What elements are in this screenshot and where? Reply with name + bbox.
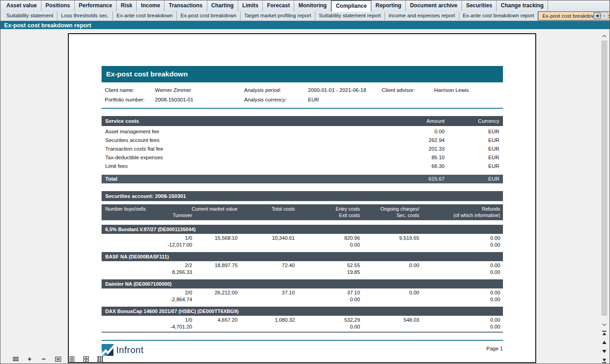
service-costs-header: Service costs Amount Currency: [102, 116, 503, 126]
subtab-target-market-profiling-report[interactable]: Target market profiling report: [241, 11, 315, 20]
total-label: Total: [105, 175, 372, 183]
cell: 37.10: [237, 289, 295, 296]
security-group: BASF NA (DE000BASF111) 2/2 18,897.75 72.…: [102, 252, 503, 277]
column-header: Exit costs: [295, 212, 360, 218]
security-name: DAX BonusCap 14600 2021/07 (HSBC) (DE000…: [102, 307, 503, 316]
sub-tab-bar: Suitability statement Loss thresholds se…: [0, 11, 610, 20]
cost-amount: 0.00: [372, 127, 445, 136]
subtab-loss-thresholds-sec[interactable]: Loss thresholds sec.: [57, 11, 113, 20]
security-name: Daimler NA (DE0007100000): [102, 279, 503, 288]
grid-view-icon[interactable]: [97, 356, 103, 362]
client-info-value: Harrison Lewis: [434, 87, 503, 93]
infront-logo-icon: [102, 344, 113, 356]
cell: 2/2: [105, 262, 192, 269]
subtab-ex-post-cost-breakdown[interactable]: Ex-post cost breakdown: [177, 11, 241, 20]
tab-transactions[interactable]: Transactions: [164, 0, 207, 11]
tab-risk[interactable]: Risk: [117, 0, 137, 11]
cost-label: Tax-deductible expenses: [105, 153, 372, 162]
separator: [102, 340, 503, 341]
tab-document-archive[interactable]: Document archive: [406, 0, 462, 11]
tab-charting[interactable]: Charting: [207, 0, 238, 11]
cell: 0.00: [295, 296, 360, 303]
client-info-value: 2008-150301-01: [155, 97, 244, 102]
column-header: Amount: [372, 116, 445, 126]
tab-monitoring[interactable]: Monitoring: [294, 0, 331, 11]
last-page-icon[interactable]: [601, 358, 608, 364]
tab-change-tracking[interactable]: Change tracking: [497, 0, 548, 11]
view-title-bar: Ex-post cost breakdown report: [0, 20, 610, 29]
cell: 19.85: [295, 269, 360, 276]
column-header: Entry costs: [295, 206, 360, 212]
subtab-ex-ante-cost-breakdown-report[interactable]: Ex-ante cost breakdown report: [459, 11, 538, 20]
zoom-out-icon[interactable]: −: [41, 356, 47, 362]
tab-scroll-left-button[interactable]: ◀: [594, 12, 600, 19]
cost-label: Limit fees: [105, 162, 372, 171]
tab-positions[interactable]: Positions: [41, 0, 75, 11]
cell: [237, 269, 295, 276]
cell: [237, 296, 295, 303]
cell: [360, 242, 419, 248]
cell: 15,568.10: [192, 235, 238, 242]
cost-label: Asset management fee: [105, 127, 372, 136]
cell: 2/0: [105, 289, 192, 296]
tab-compliance[interactable]: Compliance: [331, 0, 371, 12]
menu-icon[interactable]: [12, 356, 19, 362]
column-header: Number buys/sells: [105, 206, 192, 212]
tab-limits[interactable]: Limits: [238, 0, 263, 11]
report-viewer: Ex-post cost breakdown Client name: Wern…: [0, 29, 610, 364]
subtab-suitability-statement[interactable]: Suitability statement: [3, 11, 57, 20]
scroll-up-icon[interactable]: [600, 32, 608, 40]
page-navigation: [600, 330, 608, 364]
cell: [192, 269, 238, 276]
table-row: 1/0 15,568.10 10,340.61 820.96 9,519.65 …: [105, 235, 500, 242]
brand-name: Infront: [116, 345, 144, 355]
tab-performance[interactable]: Performance: [75, 0, 117, 11]
vertical-scrollbar[interactable]: [600, 32, 608, 328]
cost-amount: 262.94: [372, 136, 445, 145]
zoom-in-icon[interactable]: +: [26, 356, 33, 362]
next-page-icon[interactable]: [601, 349, 608, 354]
page-landscape-icon[interactable]: [55, 356, 61, 362]
tab-securities[interactable]: Securities: [462, 0, 497, 11]
cost-amount: 201.33: [372, 145, 445, 153]
scrollbar-thumb[interactable]: [601, 40, 607, 316]
table-row: 8,266.33 19.85 0.00: [105, 269, 500, 276]
report-title: Ex-post cost breakdown: [102, 66, 503, 82]
tab-scroll-right-button[interactable]: ▶: [601, 12, 608, 19]
tab-forecast[interactable]: Forecast: [263, 0, 294, 11]
tab-income[interactable]: Income: [137, 0, 164, 11]
previous-page-icon[interactable]: [601, 339, 608, 345]
subtab-income-and-expenses-report[interactable]: Income and expenses report: [385, 11, 459, 20]
client-info-label: Client advisor:: [382, 87, 434, 93]
cell: 18,897.75: [192, 262, 238, 269]
scroll-down-icon[interactable]: [600, 321, 608, 328]
cell: 0.00: [295, 324, 360, 330]
table-row: Asset management fee 0.00 EUR: [102, 127, 503, 136]
client-info-value: Werner Zimmer: [155, 87, 244, 93]
cost-currency: EUR: [445, 153, 499, 162]
tab-asset-value[interactable]: Asset value: [2, 0, 41, 11]
page-portrait-icon[interactable]: [69, 356, 75, 362]
cell: -12,017.00: [105, 242, 192, 248]
tab-reporting[interactable]: Reporting: [371, 0, 406, 11]
table-row: Tax-deductible expenses 85.10 EUR: [102, 153, 503, 162]
subtab-ex-ante-cost-breakdown[interactable]: Ex-ante cost breakdown: [113, 11, 177, 20]
cost-currency: EUR: [445, 127, 499, 136]
cell: [192, 296, 238, 303]
column-header: Turnover: [105, 212, 192, 218]
client-info-value: 2000-01-01 - 2021-06-18: [308, 87, 382, 93]
cell: 0.00: [419, 289, 500, 296]
cell: 10,340.61: [237, 235, 295, 242]
first-page-icon[interactable]: [601, 330, 608, 336]
security-group: 6,5% Bundanl.V.97/27 (DE0001135044) 1/0 …: [102, 225, 503, 250]
cell: 0.00: [419, 324, 500, 330]
table-row: 1/0 4,657.20 1,080.32 532.29 548.03 0.00: [105, 317, 500, 324]
column-header: [192, 212, 238, 218]
subtab-suitability-statement-report[interactable]: Suitability statement report: [315, 11, 385, 20]
securities-table: 6,5% Bundanl.V.97/27 (DE0001135044) 1/0 …: [102, 225, 503, 333]
separator: [102, 108, 503, 109]
cell: 8,266.33: [105, 269, 192, 276]
arrow-left-icon: ◀: [595, 14, 598, 18]
multi-page-icon[interactable]: [83, 356, 89, 362]
security-name: 6,5% Bundanl.V.97/27 (DE0001135044): [102, 225, 503, 234]
